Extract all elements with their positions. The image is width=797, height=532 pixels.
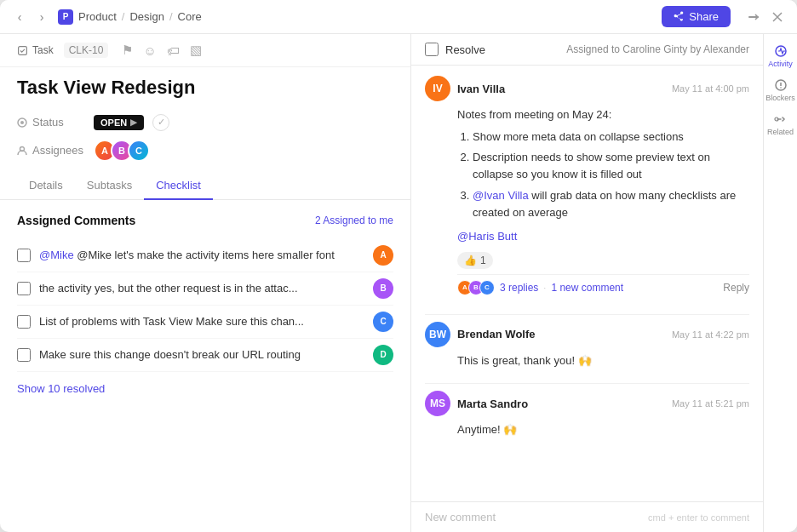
msg-mention-ivan[interactable]: @Ivan Villa [473,189,529,202]
share-label: Share [689,10,719,23]
comment-avatar-2: B [373,278,393,299]
nav-buttons: ‹ › [10,8,51,26]
status-badge[interactable]: OPEN ▶ [94,115,144,130]
task-title: Task View Redesign [17,76,393,100]
status-arrow-icon: ▶ [130,117,137,127]
new-comment-bar: cmd + enter to comment [411,501,763,532]
emoji-icon[interactable]: ☺ [143,43,156,58]
msg-name-ivan: Ivan Villa [457,83,505,95]
breadcrumb-design[interactable]: Design [129,10,163,23]
message-marta: MS Marta Sandro May 11 at 5:21 pm Anytim… [425,391,749,438]
checklist-content: Assigned Comments 2 Assigned to me @Mike… [0,200,410,532]
person-icon [17,146,27,156]
blockers-icon [774,78,788,92]
sidebar-blockers[interactable]: Blockers [765,75,796,106]
msg-body-brendan: This is great, thank you! 🙌 [457,352,749,369]
new-comment-input[interactable] [425,511,648,523]
msg-list-item-3: @Ivan Villa will grab data on how many c… [473,187,749,221]
sidebar-related[interactable]: Related [765,109,796,140]
close-icon [771,11,783,23]
main-content: Task CLK-10 ⚑ ☺ 🏷 ▧ Task View Redesign [0,34,797,532]
commenter-avatar-3: C [373,312,393,332]
app-logo: P [58,9,73,25]
show-resolved-link[interactable]: Show 10 resolved [17,382,105,395]
avatar-3: C [128,140,150,162]
assignees-row: Assignees A B C [17,140,393,162]
activity-icon [774,44,788,58]
msg-time-marta: May 11 at 5:21 pm [672,398,749,409]
comment-checkbox-2[interactable] [17,282,31,295]
right-panel: Resolve Assigned to Caroline Ginty by Al… [411,34,797,532]
tab-details[interactable]: Details [17,172,75,200]
msg-time-ivan: May 11 at 4:00 pm [672,83,749,94]
tab-subtasks[interactable]: Subtasks [75,172,144,200]
breadcrumb-sep-2: / [169,10,173,23]
new-comment-badge[interactable]: 1 new comment [551,282,623,294]
image-icon[interactable]: ▧ [190,43,202,58]
comment-text-4: Make sure this change doesn't break our … [39,348,364,361]
task-id[interactable]: CLK-10 [64,43,109,58]
tabs: Details Subtasks Checklist [0,172,410,200]
msg-list: Show more meta data on collapse sections… [457,129,749,221]
svg-point-3 [20,121,24,124]
close-button[interactable] [768,8,787,26]
status-icon [17,117,27,128]
msg-list-item-2: Description needs to show some preview t… [473,149,749,183]
task-label: Task [32,44,54,56]
msg-header-ivan: IV Ivan Villa May 11 at 4:00 pm [425,76,749,101]
share-button[interactable]: Share [662,6,731,27]
comment-avatar-4: D [373,345,393,365]
reaction-count: 1 [480,255,486,266]
task-tag: Task [17,44,54,56]
replies-count[interactable]: 3 replies [500,282,538,294]
comments-main: Resolve Assigned to Caroline Ginty by Al… [411,34,763,532]
msg-avatar-ivan: IV [425,76,450,101]
status-check-button[interactable]: ✓ [152,114,169,131]
thread-list: IV Ivan Villa May 11 at 4:00 pm Notes fr… [411,66,763,501]
comment-checkbox-1[interactable] [17,249,31,262]
msg-name-brendan: Brendan Wolfe [457,328,536,340]
reply-action[interactable]: Reply [723,282,749,294]
resolve-bar: Resolve Assigned to Caroline Ginty by Al… [411,34,763,66]
msg-footer-ivan: 👍 1 [457,252,749,269]
task-title-area: Task View Redesign [0,67,410,114]
mention-1[interactable]: @Mike [39,249,74,261]
svg-point-8 [775,117,778,121]
minimize-button[interactable] [744,8,763,26]
resolve-meta: Assigned to Caroline Ginty by Alexander [566,43,749,55]
task-meta: Status OPEN ▶ ✓ Assignees [0,114,410,172]
tab-checklist[interactable]: Checklist [144,172,213,200]
msg-time-brendan: May 11 at 4:22 pm [672,329,749,340]
tag-icon[interactable]: 🏷 [167,43,180,58]
haris-mention[interactable]: @Haris Butt [457,230,517,243]
comment-avatar-1: A [373,245,393,266]
resolve-checkbox[interactable] [425,43,439,56]
divider-2 [425,383,749,384]
assigned-badge[interactable]: 2 Assigned to me [315,215,393,226]
divider-1 [425,314,749,315]
task-toolbar: Task CLK-10 ⚑ ☺ 🏷 ▧ [0,34,410,67]
svg-point-7 [780,87,782,89]
sidebar-activity[interactable]: Activity [765,41,796,72]
message-brendan: BW Brendan Wolfe May 11 at 4:22 pm This … [425,322,749,369]
reaction-button[interactable]: 👍 1 [457,252,493,269]
forward-button[interactable]: › [32,8,51,26]
msg-text-brendan: This is great, thank you! 🙌 [457,354,592,367]
share-icon [674,11,685,22]
comment-text-3: List of problems with Task View Make sur… [39,315,364,328]
comment-item-3: List of problems with Task View Make sur… [17,306,393,339]
comment-checkbox-3[interactable] [17,315,31,329]
minimize-icon [748,11,760,23]
message-ivan: IV Ivan Villa May 11 at 4:00 pm Notes fr… [425,76,749,300]
back-button[interactable]: ‹ [10,8,29,26]
breadcrumb-product[interactable]: Product [78,10,117,23]
reply-avatars: A B C [457,280,495,295]
comment-checkbox-4[interactable] [17,348,31,362]
flag-icon[interactable]: ⚑ [122,43,133,58]
section-title: Assigned Comments [17,214,135,227]
breadcrumb-core[interactable]: Core [178,10,202,23]
assignees-avatars[interactable]: A B C [94,140,150,162]
section-header: Assigned Comments 2 Assigned to me [17,214,393,227]
commenter-avatar-4: D [373,345,393,365]
reply-avatar-3: C [479,280,495,295]
